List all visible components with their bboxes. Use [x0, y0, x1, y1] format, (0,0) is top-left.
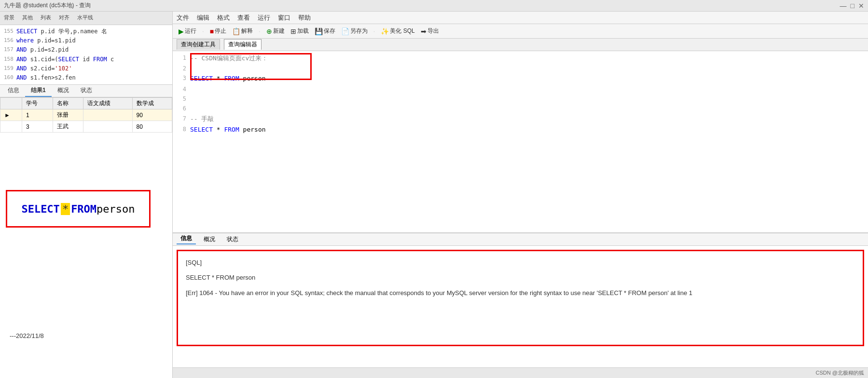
run-icon: ▶: [179, 27, 184, 35]
cell-yuwen: [83, 109, 132, 121]
save-as-button[interactable]: 📄 另存为: [339, 27, 370, 36]
line-num-4: 4: [177, 84, 190, 94]
code-line-158: 158 AND s1.cid=(SELECT id FROM c: [4, 55, 168, 64]
tab-info[interactable]: 信息: [2, 85, 25, 97]
stop-icon: ■: [210, 27, 214, 35]
toolbar-tab-hrule[interactable]: 水平线: [75, 14, 95, 23]
editor-line-1: 1 -- CSDN编辑页面cv过来：: [177, 53, 864, 64]
line-num-8: 8: [177, 124, 190, 134]
col-xuehao: 学号: [22, 98, 53, 109]
beautify-button[interactable]: ✨ 美化 SQL: [379, 27, 416, 36]
error-panel: [SQL] SELECT * FROM person [Err] 1064 - …: [173, 246, 868, 367]
line-sql-8: SELECT * FROM person: [190, 124, 864, 135]
bottom-tab-overview[interactable]: 概况: [200, 234, 219, 244]
tab-query-builder[interactable]: 查询创建工具: [177, 39, 220, 50]
editor-line-6: 6: [177, 104, 864, 113]
menu-file[interactable]: 文件: [177, 14, 189, 22]
save-button[interactable]: 💾 保存: [313, 27, 337, 36]
result-tabs: 信息 结果1 概况 状态: [0, 84, 172, 97]
cell-id: 1: [22, 109, 53, 121]
col-indicator: [0, 98, 22, 109]
explain-icon: 📋: [232, 27, 240, 35]
sep2: ·: [259, 27, 261, 35]
line-sql-3: SELECT * FROM person: [190, 73, 864, 84]
code-line-160: 160 AND s1.fen>s2.fen: [4, 73, 168, 82]
run-button[interactable]: ▶ 运行: [177, 27, 198, 36]
close-button[interactable]: ✕: [858, 2, 864, 10]
explain-button[interactable]: 📋 解释: [230, 27, 255, 36]
left-code-area: 155 SELECT p.id 学号,p.namee 名 156 where p…: [0, 25, 172, 84]
tab-query-editor[interactable]: 查询编辑器: [224, 39, 262, 50]
status-bar: CSDN @北极糊的狐: [173, 367, 868, 378]
maximize-button[interactable]: □: [851, 2, 854, 10]
editor-line-8: 8 SELECT * FROM person: [177, 124, 864, 135]
right-toolbar: ▶ 运行 · ■ 停止 📋 解释 · ⊕ 新建 ⊞ 加载 💾: [173, 24, 868, 39]
code-line-157: 157 AND p.id=s2.pid: [4, 45, 168, 54]
tab-status[interactable]: 状态: [75, 85, 98, 97]
sep3: ·: [373, 27, 375, 35]
code-line-155: 155 SELECT p.id 学号,p.namee 名: [4, 27, 168, 36]
sql-from-kw: FROM: [224, 75, 239, 82]
toolbar-tab-other[interactable]: 其他: [20, 14, 35, 23]
from-text: FROM: [71, 203, 96, 215]
table-row: ► 1 张册 90: [0, 109, 172, 121]
menu-format[interactable]: 格式: [217, 14, 230, 22]
row-indicator: ►: [0, 109, 22, 121]
bottom-tabs: 信息 概况 状态: [173, 233, 868, 246]
stop-label: 停止: [215, 27, 226, 35]
editor-line-4: 4: [177, 84, 864, 94]
stop-button[interactable]: ■ 停止: [208, 27, 228, 36]
tab-overview[interactable]: 概况: [52, 85, 75, 97]
line-num-2: 2: [177, 64, 190, 73]
export-icon: ➡: [421, 27, 427, 35]
error-message: [Err] 1064 - You have an error in your S…: [186, 287, 855, 298]
cell-name: 王武: [53, 121, 83, 133]
error-sql-text: SELECT * FROM person: [186, 272, 855, 283]
date-label: ---2022/11/8: [10, 332, 44, 339]
menu-view[interactable]: 查看: [237, 14, 250, 22]
bottom-tab-info[interactable]: 信息: [177, 233, 196, 244]
error-panel-inner: [SQL] SELECT * FROM person [Err] 1064 - …: [177, 250, 864, 346]
menu-run[interactable]: 运行: [258, 14, 270, 22]
beautify-icon: ✨: [381, 27, 389, 35]
line-num-7: 7: [177, 114, 190, 123]
code-editor[interactable]: 1 -- CSDN编辑页面cv过来： 2 3 SELECT * FROM per…: [173, 51, 868, 232]
editor-line-7: 7 -- 手敲: [177, 114, 864, 124]
main-layout: 背景 其他 列表 对齐 水平线 155 SELECT p.id 学号,p.nam…: [0, 12, 868, 378]
line-num-3: 3: [177, 73, 190, 83]
editor-line-3: 3 SELECT * FROM person: [177, 73, 864, 84]
toolbar-tab-background[interactable]: 背景: [2, 14, 16, 23]
save-label: 保存: [324, 27, 335, 35]
sql-select-kw-8: SELECT: [190, 126, 213, 133]
menu-window[interactable]: 窗口: [278, 14, 290, 22]
load-button[interactable]: ⊞ 加载: [289, 27, 311, 36]
right-panel: 文件 编辑 格式 查看 运行 窗口 帮助 ▶ 运行 · ■ 停止 📋 解释 ·: [173, 12, 868, 378]
toolbar-tab-align[interactable]: 对齐: [57, 14, 71, 23]
new-button[interactable]: ⊕ 新建: [264, 27, 287, 36]
new-label: 新建: [273, 27, 285, 35]
run-label: 运行: [185, 27, 196, 35]
menu-help[interactable]: 帮助: [298, 14, 311, 22]
minimize-button[interactable]: —: [840, 2, 847, 10]
menubar: 文件 编辑 格式 查看 运行 窗口 帮助: [173, 12, 868, 24]
select-text: SELECT: [21, 203, 59, 215]
cell-id: 3: [22, 121, 53, 133]
export-button[interactable]: ➡ 导出: [419, 27, 441, 36]
menu-edit[interactable]: 编辑: [197, 14, 209, 22]
cell-shuxue: 90: [132, 109, 172, 121]
row-indicator: [0, 121, 22, 133]
editor-subtabs: 查询创建工具 查询编辑器: [173, 39, 868, 51]
editor-line-5: 5: [177, 94, 864, 104]
status-text: CSDN @北极糊的狐: [816, 369, 864, 377]
save-icon: 💾: [315, 27, 323, 35]
star-symbol: *: [61, 203, 70, 215]
export-label: 导出: [427, 27, 439, 35]
tab-result1[interactable]: 结果1: [25, 85, 52, 97]
window-title: 九牛题 @student (dc5本地) - 查询: [4, 1, 91, 10]
toolbar-tab-list[interactable]: 列表: [39, 14, 53, 23]
col-shuxue: 数学成: [132, 98, 172, 109]
left-toolbar: 背景 其他 列表 对齐 水平线: [0, 12, 172, 25]
save-as-label: 另存为: [350, 27, 368, 35]
line-num-6: 6: [177, 104, 190, 113]
bottom-tab-status[interactable]: 状态: [223, 234, 242, 244]
